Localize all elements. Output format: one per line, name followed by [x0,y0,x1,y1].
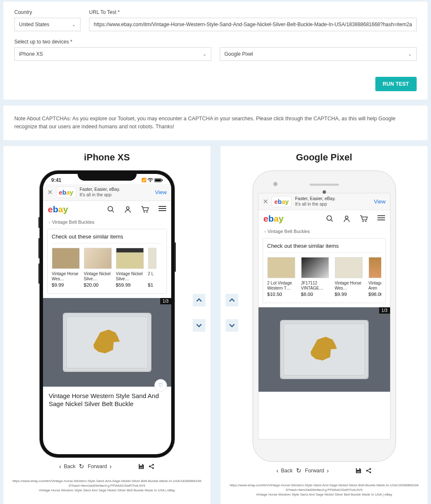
svg-rect-2 [155,179,161,181]
device1-select[interactable]: iPhone XS ⌄ [14,47,211,61]
similar-items-card: Check out these similar items 2 Lot Vint… [263,238,386,303]
listing-title: Vintage Horse Western Style Sand And Sag… [43,387,171,409]
svg-point-23 [365,221,366,222]
form-panel: Country United States ⌄ URL To Test * ht… [3,2,428,100]
close-icon[interactable]: ✕ [47,188,53,196]
ebay-logo[interactable]: ebay [264,214,284,224]
reload-icon[interactable]: ↻ [296,467,302,474]
preview-meta: https://www.ebay.com/itm/Vintage-Horse-W… [221,483,428,497]
svg-point-19 [327,216,331,220]
device1-value: iPhone XS [19,51,43,57]
sensor-icon [323,190,326,194]
chevron-down-icon: ⌄ [202,51,207,57]
scroll-up-button[interactable] [193,294,205,306]
favorite-button[interactable]: ♡ [154,379,167,392]
banner-subtitle: It's all in the app [295,201,371,207]
captcha-note: Note About CAPTCHAs: As you explore our … [3,106,428,140]
status-time: 9:41 [51,177,62,183]
svg-point-0 [150,182,151,182]
battery-icon [154,178,163,182]
back-arrow-icon[interactable]: ‹ [276,467,278,474]
speaker-icon [310,184,339,186]
preview-iphone: iPhone XS 9:41 📶 [3,146,210,504]
country-value: United States [19,22,49,27]
preview-meta: https://www.ebay.com/itm/Vintage-Horse-W… [3,479,210,493]
breadcrumb[interactable]: ‹Vintage Belt Buckles [43,218,171,229]
similar-item[interactable]: 2 Lot Vintage Western T…$10.50 [267,257,297,297]
svg-rect-27 [357,468,359,470]
back-button[interactable]: Back [64,463,75,469]
banner-view-link[interactable]: View [155,189,167,195]
ebay-app-icon: ebay [275,198,289,205]
forward-button[interactable]: Forward [305,468,324,474]
cart-icon[interactable] [360,215,368,222]
similar-items-card: Check out these similar items Vintage Ho… [47,229,167,294]
devices-label: Select up to two devices * [14,39,417,45]
menu-icon[interactable] [377,215,385,222]
svg-point-22 [362,221,364,222]
preview-pixel: Google Pixel ✕ ebay Fas [221,146,428,504]
app-install-banner: ✕ ebay Faster, Easier, eBay. It's all in… [43,184,171,201]
svg-rect-12 [140,464,142,466]
country-group: Country United States ⌄ [14,9,81,31]
image-counter: 1/3 [160,298,171,304]
back-arrow-icon[interactable]: ‹ [59,463,61,470]
similar-heading: Check out these similar items [52,233,162,244]
pixel-title: Google Pixel [221,152,428,163]
preview-controls: ‹ Back ↻ Forward › [221,467,428,474]
banner-subtitle: It's all in the app [80,192,152,198]
run-test-button[interactable]: RUN TEST [375,77,417,91]
device2-select[interactable]: Google Pixel ⌄ [220,47,417,61]
similar-heading: Check out these similar items [267,243,381,253]
banner-title: Faster, Easier, eBay. [295,196,371,201]
svg-point-6 [126,206,129,209]
save-icon[interactable] [138,463,145,470]
forward-arrow-icon[interactable]: › [110,463,112,470]
app-header: ebay [259,210,390,227]
search-icon[interactable] [107,206,115,213]
reload-icon[interactable]: ↻ [79,463,84,470]
similar-item[interactable]: Vintage Aren Ha…$98.00 [369,257,381,297]
ebay-logo[interactable]: ebay [48,204,68,214]
cart-icon[interactable] [141,206,149,213]
iphone-title: iPhone XS [3,152,210,163]
back-button[interactable]: Back [281,468,293,474]
save-icon[interactable] [355,467,362,474]
account-icon[interactable] [124,206,132,213]
app-install-banner: ✕ ebay Faster, Easier, eBay. It's all in… [259,193,390,210]
breadcrumb[interactable]: ‹Vintage Belt Buckles [259,227,390,238]
similar-item[interactable]: Vintage Horse Wes…$9.99 [52,248,80,287]
banner-view-link[interactable]: View [374,198,386,205]
svg-rect-13 [140,467,143,469]
scroll-down-button[interactable] [226,319,238,332]
url-group: URL To Test * https://www.ebay.com/itm/V… [89,9,417,31]
country-label: Country [14,9,81,15]
svg-line-18 [150,466,152,467]
svg-point-21 [345,216,347,218]
search-icon[interactable] [326,215,334,222]
product-hero-image[interactable]: 1/3 ♡ [43,298,171,387]
similar-item[interactable]: Vintage Nickel Silve…$20.00 [84,248,112,287]
similar-item[interactable]: 2 L$1 [148,248,156,287]
similar-item[interactable]: Vintage Horse Wes…$9.99 [335,257,364,297]
url-input[interactable]: https://www.ebay.com/itm/Vintage-Horse-W… [89,18,417,31]
iphone-frame: 9:41 📶 ✕ ebay [40,171,175,458]
svg-rect-3 [162,179,163,181]
similar-item[interactable]: Vintage Nickel Silve…$59.99 [116,248,144,287]
forward-button[interactable]: Forward [88,463,107,469]
image-counter: 1/3 [379,307,390,314]
share-icon[interactable] [365,467,372,474]
close-icon[interactable]: ✕ [263,198,268,206]
similar-item[interactable]: JF17112 VINTAGE…$8.00 [301,257,331,297]
product-hero-image[interactable]: 1/3 [259,307,390,392]
url-label: URL To Test * [89,9,417,15]
account-icon[interactable] [343,215,350,222]
country-select[interactable]: United States ⌄ [14,18,81,31]
scroll-up-button[interactable] [226,294,238,306]
share-icon[interactable] [148,463,155,470]
menu-icon[interactable] [159,206,166,213]
svg-line-20 [331,220,333,222]
forward-arrow-icon[interactable]: › [327,467,329,474]
svg-line-5 [112,211,114,212]
scroll-down-button[interactable] [193,319,205,332]
